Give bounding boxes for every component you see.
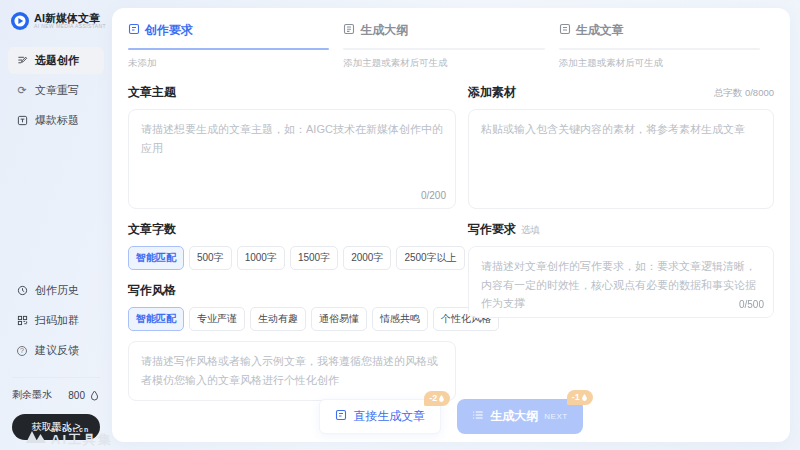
left-column: 文章主题 0/200 文章字数 智能匹配 500字 1000字 1500字 20… [128, 76, 456, 401]
material-title-text: 添加素材 [468, 84, 516, 101]
sidebar-item-label: 爆款标题 [35, 113, 79, 128]
sidebar-item-qr-group[interactable]: 扫码加群 [8, 307, 104, 334]
ink-balance-label: 剩余墨水 [12, 388, 52, 402]
generate-outline-label: 生成大纲 [490, 408, 538, 425]
word-count-option-2000[interactable]: 2000字 [343, 246, 391, 270]
article-icon [559, 23, 571, 38]
get-ink-button[interactable]: 获取墨水 > [12, 414, 100, 440]
cost-value: -1 [572, 392, 580, 403]
cost-value: -2 [429, 393, 437, 404]
sidebar-item-label: 选题创作 [35, 53, 79, 68]
word-count-section-title: 文章字数 [128, 221, 456, 238]
next-label: NEXT [544, 412, 567, 421]
tab-label: 创作要求 [145, 22, 193, 39]
ink-balance-value: 800 [68, 390, 85, 401]
tab-generate-article[interactable]: 生成文章 添加主题或素材后可生成 [559, 22, 774, 70]
style-option-professional[interactable]: 专业严谨 [189, 307, 245, 331]
material-section-title: 添加素材 总字数 0/8000 [468, 84, 774, 101]
sidebar-menu: 选题创作 ⟳ 文章重写 爆款标题 [0, 44, 112, 137]
material-total-label: 总字数 [714, 87, 743, 98]
generate-article-button[interactable]: 直接生成文章 -2 [319, 399, 441, 434]
style-option-smart[interactable]: 智能匹配 [128, 307, 184, 331]
sidebar-item-feedback[interactable]: ? 建议反馈 [8, 337, 104, 364]
word-count-option-2500plus[interactable]: 2500字以上 [396, 246, 464, 270]
sidebar-item-label: 创作历史 [35, 283, 79, 298]
sidebar-item-label: 扫码加群 [35, 313, 79, 328]
article-doc-icon [335, 409, 347, 424]
style-textarea[interactable] [128, 341, 456, 401]
ink-balance: 剩余墨水 800 [0, 384, 112, 406]
generate-outline-button[interactable]: 生成大纲 NEXT -1 [457, 399, 582, 434]
sidebar-item-article-rewrite[interactable]: ⟳ 文章重写 [8, 77, 104, 104]
sidebar-item-hot-title[interactable]: 爆款标题 [8, 107, 104, 134]
sidebar-footer-menu: 创作历史 扫码加群 ? 建议反馈 [0, 274, 112, 367]
generate-outline-cost-badge: -1 [567, 390, 593, 405]
word-count-option-1500[interactable]: 1500字 [290, 246, 338, 270]
tab-progress-line [559, 48, 760, 50]
word-count-option-smart[interactable]: 智能匹配 [128, 246, 184, 270]
word-count-option-1000[interactable]: 1000字 [237, 246, 285, 270]
tab-progress-line [343, 48, 544, 50]
style-options: 智能匹配 专业严谨 生动有趣 通俗易懂 情感共鸣 个性化风格 [128, 307, 456, 331]
bottom-actions: 直接生成文章 -2 生成大纲 NEXT -1 [112, 399, 790, 434]
requirements-title-text: 写作要求 [468, 221, 516, 238]
material-textarea[interactable] [468, 109, 774, 209]
tab-creation-requirements[interactable]: 创作要求 未添加 [128, 22, 343, 70]
style-option-plain[interactable]: 通俗易懂 [311, 307, 367, 331]
style-option-vivid[interactable]: 生动有趣 [250, 307, 306, 331]
requirements-optional-label: 选填 [521, 224, 540, 237]
sidebar-item-creation-history[interactable]: 创作历史 [8, 277, 104, 304]
app-root: AI新媒体文章 AI NEW MEDIA ASSISTANT 选题创作 ⟳ 文章… [0, 0, 800, 450]
sidebar-spacer [0, 137, 112, 274]
topic-textarea[interactable] [128, 109, 456, 209]
requirements-textarea[interactable] [468, 246, 774, 318]
drop-icon [438, 394, 445, 403]
material-field [468, 109, 774, 209]
tab-subtitle: 添加主题或素材后可生成 [343, 57, 544, 70]
style-field [128, 341, 456, 401]
tab-label: 生成大纲 [360, 22, 408, 39]
right-column: 添加素材 总字数 0/8000 写作要求 选填 0/500 [468, 76, 774, 401]
sidebar-item-topic-creation[interactable]: 选题创作 [8, 47, 104, 74]
main-panel: 创作要求 未添加 生成大纲 添加主题或素材后可生成 [112, 8, 790, 442]
app-logo-text: AI新媒体文章 AI NEW MEDIA ASSISTANT [34, 12, 106, 30]
requirements-field: 0/500 [468, 246, 774, 318]
topic-section-title: 文章主题 [128, 84, 456, 101]
generate-article-cost-badge: -2 [424, 391, 450, 406]
step-tabs: 创作要求 未添加 生成大纲 添加主题或素材后可生成 [128, 22, 774, 70]
app-logo: AI新媒体文章 AI NEW MEDIA ASSISTANT [0, 12, 112, 30]
sidebar-divider [12, 377, 100, 378]
rewrite-icon: ⟳ [16, 85, 28, 97]
form-content: 文章主题 0/200 文章字数 智能匹配 500字 1000字 1500字 20… [128, 76, 774, 401]
material-total-value: 0/8000 [745, 87, 774, 98]
style-section-title: 写作风格 [128, 282, 456, 299]
sidebar-item-label: 文章重写 [35, 83, 79, 98]
style-option-emotional[interactable]: 情感共鸣 [372, 307, 428, 331]
title-icon [16, 115, 28, 127]
material-total-counter: 总字数 0/8000 [714, 87, 774, 100]
drop-icon [581, 393, 588, 402]
tab-label: 生成文章 [576, 22, 624, 39]
ink-drop-icon [88, 389, 100, 401]
outline-icon [343, 23, 355, 38]
qrcode-icon [16, 315, 28, 327]
clock-icon [16, 285, 28, 297]
sidebar-item-label: 建议反馈 [35, 343, 79, 358]
tab-generate-outline[interactable]: 生成大纲 添加主题或素材后可生成 [343, 22, 558, 70]
edit-icon [16, 55, 28, 67]
question-icon: ? [16, 345, 28, 357]
requirements-section-title: 写作要求 选填 [468, 221, 774, 238]
requirements-counter: 0/500 [735, 299, 764, 310]
document-icon [128, 23, 140, 38]
topic-counter: 0/200 [417, 190, 446, 201]
app-subtitle: AI NEW MEDIA ASSISTANT [34, 24, 106, 30]
tab-subtitle: 添加主题或素材后可生成 [559, 57, 760, 70]
app-logo-icon [11, 12, 29, 30]
list-icon [472, 409, 484, 424]
tab-subtitle: 未添加 [128, 57, 329, 70]
word-count-options: 智能匹配 500字 1000字 1500字 2000字 2500字以上 [128, 246, 456, 270]
word-count-option-500[interactable]: 500字 [189, 246, 232, 270]
sidebar: AI新媒体文章 AI NEW MEDIA ASSISTANT 选题创作 ⟳ 文章… [0, 0, 112, 450]
topic-field: 0/200 [128, 109, 456, 209]
tab-progress-line [128, 48, 329, 50]
